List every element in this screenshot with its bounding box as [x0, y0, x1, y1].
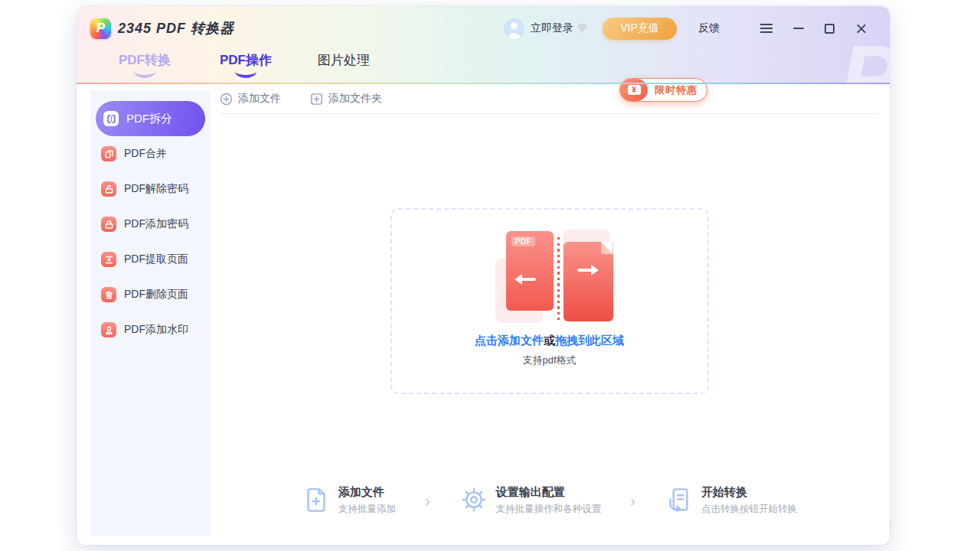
add-file-link[interactable]: 点击添加文件	[475, 334, 544, 347]
app-title: 2345 PDF 转换器	[118, 19, 234, 37]
header: P P 2345 PDF 转换器 立即登录 VIP充值 反馈 PDF转换	[77, 6, 890, 84]
sidebar-item-pdf-add-password[interactable]: PDF添加密码	[90, 207, 211, 242]
promo-label: 限时特惠	[648, 79, 707, 101]
format-hint: 支持pdf格式	[522, 354, 576, 367]
step-text: 添加文件 支持批量添加	[338, 485, 396, 516]
app-logo-icon: P	[90, 18, 111, 39]
arrow-right-icon	[577, 265, 597, 276]
sidebar-item-label: PDF拆分	[126, 112, 172, 126]
title-bar: P 2345 PDF 转换器 立即登录 VIP充值 反馈	[77, 6, 890, 41]
split-icon	[103, 111, 119, 126]
file-plus-icon	[302, 485, 331, 514]
sidebar-item-label: PDF提取页面	[124, 253, 188, 266]
sidebar-item-pdf-merge[interactable]: PDF合并	[90, 136, 211, 171]
tab-pdf-convert[interactable]: PDF转换	[119, 51, 171, 78]
sidebar-item-label: PDF合并	[124, 147, 167, 161]
step-text: 设置输出配置 支持批量操作和各种设置	[496, 485, 602, 516]
avatar[interactable]	[504, 18, 524, 39]
sidebar-item-pdf-split[interactable]: PDF拆分	[96, 101, 205, 136]
app-window: P P 2345 PDF 转换器 立即登录 VIP充值 反馈 PDF转换	[77, 6, 890, 545]
maximize-button[interactable]	[825, 24, 835, 34]
convert-icon	[665, 485, 694, 514]
step-text: 开始转换 点击转换按钮开始转换	[701, 485, 797, 516]
logo-letter: P	[96, 21, 105, 36]
drag-here-text: 拖拽到此区域	[555, 334, 624, 347]
window-body: PDF拆分 PDF合并 PDF解除密码	[77, 84, 890, 545]
stamp-icon	[101, 322, 116, 337]
step-add-files: 添加文件 支持批量添加	[302, 485, 396, 516]
arrow-left-icon	[516, 274, 536, 285]
step-title: 开始转换	[701, 485, 797, 500]
step-subtitle: 支持批量操作和各种设置	[496, 503, 602, 516]
add-file-button[interactable]: 添加文件	[220, 92, 281, 106]
close-icon	[855, 23, 867, 34]
sidebar-item-pdf-remove-password[interactable]: PDF解除密码	[90, 171, 211, 207]
maximize-icon	[825, 24, 835, 34]
tab-underline	[235, 71, 256, 78]
top-tabs: PDF转换 PDF操作 图片处理 ¥ 限时特惠	[77, 41, 890, 78]
close-button[interactable]	[855, 23, 867, 34]
step-subtitle: 支持批量添加	[338, 503, 396, 516]
step-title: 添加文件	[338, 485, 396, 500]
minimize-icon	[793, 28, 804, 29]
file-drop-zone[interactable]: PDF 点击添加文件或拖拽到此区域 支持pdf格式	[390, 208, 709, 394]
sidebar: PDF拆分 PDF合并 PDF解除密码	[90, 90, 211, 536]
login-link[interactable]: 立即登录	[531, 21, 573, 35]
extract-icon	[101, 252, 116, 267]
main-content: 添加文件 添加文件夹 PDF	[211, 84, 890, 545]
file-toolbar: 添加文件 添加文件夹	[220, 84, 879, 114]
limited-time-offer-badge[interactable]: ¥ 限时特惠	[619, 78, 707, 102]
step-subtitle: 点击转换按钮开始转换	[701, 503, 797, 516]
minimize-button[interactable]	[793, 28, 804, 29]
title-bar-right: 立即登录 VIP充值 反馈	[504, 18, 867, 40]
add-folder-label: 添加文件夹	[328, 92, 382, 106]
workflow-steps: 添加文件 支持批量添加 › 设置输出配置 支持批量操作和各种设置	[220, 485, 879, 516]
step-configure-output: 设置输出配置 支持批量操作和各种设置	[459, 485, 602, 516]
step-start-convert: 开始转换 点击转换按钮开始转换	[665, 485, 797, 516]
hamburger-icon	[760, 24, 773, 33]
sidebar-item-label: PDF添加水印	[124, 323, 188, 337]
pdf-doc-label: PDF	[511, 236, 536, 246]
sidebar-item-pdf-extract-pages[interactable]: PDF提取页面	[90, 242, 211, 277]
split-dotted-line	[557, 237, 560, 320]
add-folder-button[interactable]: 添加文件夹	[310, 92, 382, 106]
coupon-icon-wrap: ¥	[620, 79, 648, 101]
tab-label: PDF转换	[119, 51, 171, 69]
sidebar-item-pdf-delete-pages[interactable]: PDF删除页面	[90, 277, 211, 312]
add-file-label: 添加文件	[238, 92, 281, 106]
circle-plus-icon	[220, 93, 233, 106]
gear-icon	[459, 485, 488, 514]
sidebar-item-label: PDF解除密码	[124, 182, 188, 196]
pdf-document-right	[564, 242, 613, 321]
tab-label: 图片处理	[318, 51, 370, 69]
sidebar-item-label: PDF删除页面	[124, 288, 188, 302]
merge-icon	[101, 146, 116, 161]
unlock-icon	[101, 181, 116, 197]
chevron-right-icon: ›	[414, 493, 441, 508]
sidebar-item-pdf-add-watermark[interactable]: PDF添加水印	[90, 312, 211, 347]
step-title: 设置输出配置	[496, 485, 602, 500]
coupon-ticket-icon: ¥	[628, 85, 641, 95]
main-menu-button[interactable]	[760, 24, 773, 33]
square-plus-icon	[310, 93, 323, 106]
dropzone-cta: 点击添加文件或拖拽到此区域	[475, 334, 624, 348]
feedback-link[interactable]: 反馈	[698, 21, 720, 35]
tab-pdf-operations[interactable]: PDF操作	[220, 51, 272, 78]
sidebar-item-label: PDF添加密码	[124, 217, 188, 231]
tab-image-processing[interactable]: 图片处理	[318, 51, 370, 78]
lock-icon	[101, 217, 116, 232]
pdf-document-left: PDF	[506, 231, 554, 311]
cta-or-text: 或	[544, 334, 555, 347]
vip-recharge-button[interactable]: VIP充值	[603, 18, 677, 40]
trash-icon	[101, 287, 116, 302]
chevron-right-icon: ›	[619, 493, 646, 508]
tab-underline	[134, 71, 155, 78]
diamond-icon	[577, 24, 587, 33]
tab-label: PDF操作	[220, 51, 272, 69]
pdf-split-illustration: PDF	[485, 230, 615, 321]
